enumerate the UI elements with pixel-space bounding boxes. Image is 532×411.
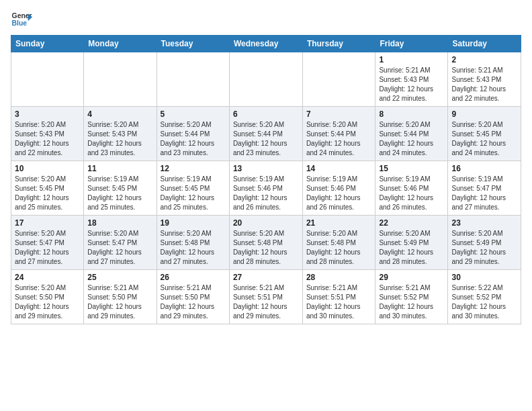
calendar-cell: 30Sunrise: 5:22 AM Sunset: 5:52 PM Dayli… — [448, 270, 521, 324]
day-number: 24 — [15, 273, 80, 282]
calendar-cell: 12Sunrise: 5:19 AM Sunset: 5:45 PM Dayli… — [157, 161, 229, 216]
calendar-cell: 15Sunrise: 5:19 AM Sunset: 5:46 PM Dayli… — [375, 161, 448, 216]
day-info: Sunrise: 5:20 AM Sunset: 5:48 PM Dayligh… — [233, 229, 299, 267]
day-number: 5 — [161, 109, 226, 119]
page: General Blue SundayMondayTuesdayWednesda… — [0, 0, 532, 411]
calendar-cell: 25Sunrise: 5:21 AM Sunset: 5:50 PM Dayli… — [84, 270, 157, 324]
day-number: 4 — [87, 109, 152, 119]
day-number: 25 — [87, 273, 152, 282]
calendar-week-row: 17Sunrise: 5:20 AM Sunset: 5:47 PM Dayli… — [11, 216, 521, 270]
day-info: Sunrise: 5:19 AM Sunset: 5:46 PM Dayligh… — [233, 175, 299, 212]
day-number: 14 — [306, 164, 372, 173]
calendar-cell: 3Sunrise: 5:20 AM Sunset: 5:43 PM Daylig… — [11, 107, 84, 161]
calendar-cell: 26Sunrise: 5:21 AM Sunset: 5:50 PM Dayli… — [157, 270, 229, 324]
calendar-cell: 19Sunrise: 5:20 AM Sunset: 5:48 PM Dayli… — [157, 216, 229, 270]
weekday-header-saturday: Saturday — [448, 36, 521, 52]
day-number: 17 — [15, 218, 80, 228]
day-number: 7 — [306, 109, 372, 119]
day-number: 13 — [233, 164, 299, 173]
calendar-cell: 9Sunrise: 5:20 AM Sunset: 5:45 PM Daylig… — [448, 107, 521, 161]
calendar-cell: 22Sunrise: 5:20 AM Sunset: 5:49 PM Dayli… — [375, 216, 448, 270]
day-info: Sunrise: 5:21 AM Sunset: 5:50 PM Dayligh… — [161, 283, 226, 321]
day-number: 6 — [233, 109, 299, 119]
calendar-cell: 10Sunrise: 5:20 AM Sunset: 5:45 PM Dayli… — [11, 161, 84, 216]
day-info: Sunrise: 5:20 AM Sunset: 5:44 PM Dayligh… — [379, 120, 444, 158]
day-number: 11 — [87, 164, 152, 173]
weekday-header-monday: Monday — [84, 36, 157, 52]
calendar-cell — [84, 52, 157, 107]
day-info: Sunrise: 5:19 AM Sunset: 5:46 PM Dayligh… — [306, 175, 372, 212]
calendar-cell — [157, 52, 229, 107]
calendar-cell: 1Sunrise: 5:21 AM Sunset: 5:43 PM Daylig… — [375, 52, 448, 107]
calendar-week-row: 24Sunrise: 5:20 AM Sunset: 5:50 PM Dayli… — [11, 270, 521, 324]
svg-text:Blue: Blue — [12, 19, 28, 27]
day-info: Sunrise: 5:20 AM Sunset: 5:47 PM Dayligh… — [87, 229, 152, 267]
day-number: 1 — [379, 55, 444, 64]
day-info: Sunrise: 5:20 AM Sunset: 5:50 PM Dayligh… — [15, 283, 80, 321]
calendar-cell — [229, 52, 302, 107]
calendar-table: SundayMondayTuesdayWednesdayThursdayFrid… — [11, 35, 521, 324]
day-number: 23 — [451, 218, 517, 228]
day-number: 28 — [306, 273, 372, 282]
calendar-cell: 7Sunrise: 5:20 AM Sunset: 5:44 PM Daylig… — [302, 107, 375, 161]
day-number: 20 — [233, 218, 299, 228]
calendar-cell: 24Sunrise: 5:20 AM Sunset: 5:50 PM Dayli… — [11, 270, 84, 324]
day-number: 29 — [379, 273, 444, 282]
day-info: Sunrise: 5:19 AM Sunset: 5:45 PM Dayligh… — [87, 175, 152, 212]
calendar-cell: 17Sunrise: 5:20 AM Sunset: 5:47 PM Dayli… — [11, 216, 84, 270]
calendar-cell: 2Sunrise: 5:21 AM Sunset: 5:43 PM Daylig… — [448, 52, 521, 107]
day-number: 12 — [161, 164, 226, 173]
day-info: Sunrise: 5:22 AM Sunset: 5:52 PM Dayligh… — [451, 283, 517, 321]
day-info: Sunrise: 5:20 AM Sunset: 5:45 PM Dayligh… — [15, 175, 80, 212]
day-number: 10 — [15, 164, 80, 173]
day-number: 22 — [379, 218, 444, 228]
calendar-cell: 23Sunrise: 5:20 AM Sunset: 5:49 PM Dayli… — [448, 216, 521, 270]
day-info: Sunrise: 5:20 AM Sunset: 5:44 PM Dayligh… — [233, 120, 299, 158]
calendar-cell: 14Sunrise: 5:19 AM Sunset: 5:46 PM Dayli… — [302, 161, 375, 216]
day-number: 26 — [161, 273, 226, 282]
day-number: 18 — [87, 218, 152, 228]
day-info: Sunrise: 5:21 AM Sunset: 5:50 PM Dayligh… — [87, 283, 152, 321]
day-info: Sunrise: 5:20 AM Sunset: 5:48 PM Dayligh… — [161, 229, 226, 267]
calendar-cell: 20Sunrise: 5:20 AM Sunset: 5:48 PM Dayli… — [229, 216, 302, 270]
weekday-header-tuesday: Tuesday — [157, 36, 229, 52]
day-number: 30 — [451, 273, 517, 282]
day-number: 27 — [233, 273, 299, 282]
calendar-cell: 5Sunrise: 5:20 AM Sunset: 5:44 PM Daylig… — [157, 107, 229, 161]
day-info: Sunrise: 5:21 AM Sunset: 5:51 PM Dayligh… — [233, 283, 299, 321]
weekday-header-thursday: Thursday — [302, 36, 375, 52]
calendar-cell: 18Sunrise: 5:20 AM Sunset: 5:47 PM Dayli… — [84, 216, 157, 270]
calendar-cell: 8Sunrise: 5:20 AM Sunset: 5:44 PM Daylig… — [375, 107, 448, 161]
day-info: Sunrise: 5:20 AM Sunset: 5:44 PM Dayligh… — [161, 120, 226, 158]
weekday-header-row: SundayMondayTuesdayWednesdayThursdayFrid… — [11, 36, 521, 52]
day-info: Sunrise: 5:20 AM Sunset: 5:43 PM Dayligh… — [15, 120, 80, 158]
logo-icon: General Blue — [11, 11, 32, 30]
day-info: Sunrise: 5:19 AM Sunset: 5:47 PM Dayligh… — [451, 175, 517, 212]
calendar-cell: 21Sunrise: 5:20 AM Sunset: 5:48 PM Dayli… — [302, 216, 375, 270]
day-info: Sunrise: 5:21 AM Sunset: 5:51 PM Dayligh… — [306, 283, 372, 321]
day-info: Sunrise: 5:20 AM Sunset: 5:45 PM Dayligh… — [451, 120, 517, 158]
calendar-cell: 27Sunrise: 5:21 AM Sunset: 5:51 PM Dayli… — [229, 270, 302, 324]
calendar-week-row: 1Sunrise: 5:21 AM Sunset: 5:43 PM Daylig… — [11, 52, 521, 107]
calendar-week-row: 3Sunrise: 5:20 AM Sunset: 5:43 PM Daylig… — [11, 107, 521, 161]
day-number: 19 — [161, 218, 226, 228]
calendar-cell: 4Sunrise: 5:20 AM Sunset: 5:43 PM Daylig… — [84, 107, 157, 161]
day-info: Sunrise: 5:20 AM Sunset: 5:48 PM Dayligh… — [306, 229, 372, 267]
logo: General Blue — [11, 11, 32, 30]
day-number: 21 — [306, 218, 372, 228]
day-info: Sunrise: 5:20 AM Sunset: 5:44 PM Dayligh… — [306, 120, 372, 158]
day-info: Sunrise: 5:19 AM Sunset: 5:45 PM Dayligh… — [161, 175, 226, 212]
calendar-cell: 13Sunrise: 5:19 AM Sunset: 5:46 PM Dayli… — [229, 161, 302, 216]
calendar-week-row: 10Sunrise: 5:20 AM Sunset: 5:45 PM Dayli… — [11, 161, 521, 216]
calendar-cell: 29Sunrise: 5:21 AM Sunset: 5:52 PM Dayli… — [375, 270, 448, 324]
day-number: 9 — [451, 109, 517, 119]
header: General Blue — [11, 11, 521, 30]
day-info: Sunrise: 5:21 AM Sunset: 5:52 PM Dayligh… — [379, 283, 444, 321]
day-number: 16 — [451, 164, 517, 173]
day-info: Sunrise: 5:21 AM Sunset: 5:43 PM Dayligh… — [451, 66, 517, 103]
day-info: Sunrise: 5:20 AM Sunset: 5:49 PM Dayligh… — [451, 229, 517, 267]
day-info: Sunrise: 5:19 AM Sunset: 5:46 PM Dayligh… — [379, 175, 444, 212]
day-info: Sunrise: 5:21 AM Sunset: 5:43 PM Dayligh… — [379, 66, 444, 103]
weekday-header-friday: Friday — [375, 36, 448, 52]
day-info: Sunrise: 5:20 AM Sunset: 5:47 PM Dayligh… — [15, 229, 80, 267]
